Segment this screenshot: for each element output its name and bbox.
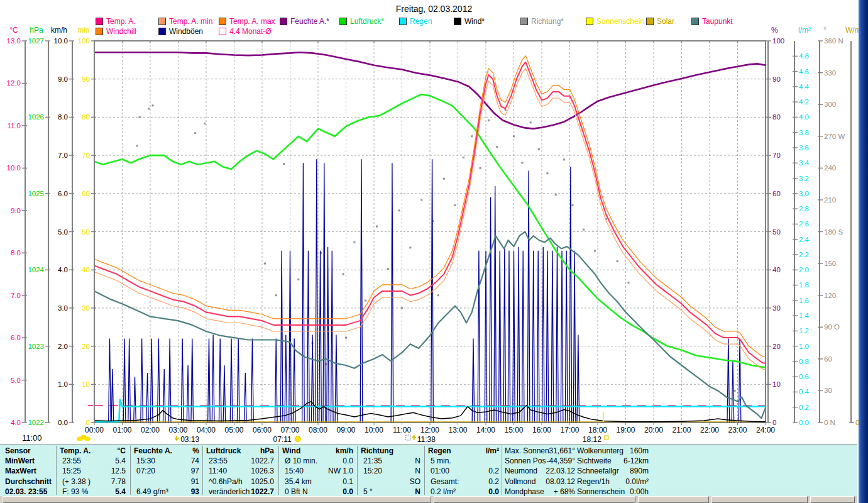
x-tick-label: 16:00 (532, 426, 551, 434)
table-cell: 91 (167, 477, 199, 487)
axis-tick-label: 2.2 (799, 251, 809, 258)
direction-dot (471, 135, 473, 137)
series-windboeen (109, 338, 111, 423)
series-windboeen (146, 373, 149, 423)
table-info-value: 6-12km (614, 456, 649, 466)
axis-tick-label: 9.0 (11, 207, 21, 214)
table-group-header: Regen (428, 446, 472, 456)
axis-tick-label: 30 (772, 304, 781, 312)
axis-tick-label: 3.4 (799, 159, 810, 167)
x-tick-label: 07:00 (280, 426, 299, 434)
x-tick-label: 17:00 (560, 426, 579, 434)
table-cell: 0.0 (318, 456, 354, 466)
x-tick-label: 10:00 (365, 426, 383, 434)
direction-dot (343, 273, 344, 275)
direction-dot (563, 158, 565, 160)
axis-tick-label: 6.0 (58, 190, 68, 197)
series-windboeen (327, 247, 329, 423)
series-windboeen (141, 338, 143, 423)
x-tick-label: 13:00 (448, 426, 467, 434)
summary-table: SensorMinWertMaxWertDurchschnitt02.03. 2… (0, 444, 857, 497)
status-bar-segment (810, 496, 855, 503)
axis-tick-label: 120 (824, 292, 836, 299)
table-row-label: Sensor (5, 446, 62, 456)
direction-dot (496, 146, 498, 148)
table-cell: 0.0 (464, 487, 500, 497)
series-temp-max (94, 56, 766, 357)
chart-plot[interactable]: °C13.012.011.010.09.08.07.06.05.04.0hPa1… (0, 0, 868, 444)
weather-app-window: Freitag, 02.03.2012 Temp. A.Temp. A. min… (0, 0, 868, 503)
axis-tick-label: 50 (772, 228, 781, 236)
table-info-value: 890m (614, 466, 649, 476)
table-separator (130, 446, 131, 495)
direction-dot (530, 121, 532, 123)
axis-tick-label: 1.8 (799, 281, 809, 289)
direction-dot (463, 157, 464, 158)
axis-tick-label: 1027 (28, 37, 44, 45)
series-windboeen (275, 338, 277, 423)
table-group-header: Luftdruck (206, 446, 248, 456)
series-windboeen (158, 338, 160, 423)
direction-dot (555, 194, 557, 196)
moonset-arrow-icon (175, 436, 179, 440)
axis-unit-label: hPa (30, 26, 43, 35)
direction-dot (617, 260, 618, 262)
axis-tick-label: 1025 (28, 190, 44, 197)
series-windboeen (561, 251, 563, 423)
table-group-unit: % (170, 446, 199, 456)
direction-dot (420, 199, 422, 201)
x-tick-label: 20:00 (644, 426, 663, 434)
table-separator (56, 446, 57, 495)
table-info-value: -44,359° (541, 456, 575, 466)
direction-dot (139, 116, 141, 118)
x-tick-label: 22:00 (700, 426, 719, 434)
table-row-label: Durchschnitt (5, 477, 62, 487)
series-windboeen (168, 338, 171, 423)
direction-dot (264, 263, 266, 265)
x-tick-label: 01:00 (113, 426, 131, 434)
table-cell: 12.5 (93, 466, 126, 476)
direction-dot (409, 246, 411, 248)
axis-tick-label: 3.6 (799, 144, 809, 152)
table-cell: 5.4 (93, 456, 126, 466)
table-group-header: Temp. A. (60, 446, 101, 456)
table-cell: NW 1.0 (318, 466, 354, 476)
axis-unit-label: °C (9, 26, 18, 35)
direction-dot (376, 226, 378, 228)
axis-tick-label: 10 (82, 380, 90, 388)
series-windboeen (503, 247, 506, 423)
table-group-unit: km/h (321, 446, 353, 456)
series-windboeen (251, 338, 254, 423)
series-windboeen (490, 197, 492, 423)
axis-tick-label: 0.0 (799, 419, 809, 426)
axis-tick-label: 1024 (28, 266, 44, 274)
series-windboeen (230, 338, 233, 423)
series-windboeen (498, 251, 501, 423)
direction-dot (345, 337, 347, 339)
series-windboeen (316, 159, 318, 423)
table-info-value: 0:00h (614, 487, 649, 497)
series-windboeen (494, 186, 497, 423)
direction-dot (488, 119, 490, 121)
axis-unit-label: l/m² (798, 26, 811, 35)
axis-tick-label: 9.0 (58, 75, 68, 83)
axis-tick-label: 150 (824, 260, 836, 267)
series-windboeen (517, 247, 520, 423)
axis-tick-label: 2.0 (799, 266, 809, 274)
axis-unit-label: % (771, 26, 778, 35)
x-tick-label: 12:00 (420, 426, 439, 434)
table-row-label: 02.03. 23:55 (5, 487, 62, 497)
x-tick-label: 18:00 (588, 426, 607, 434)
axis-tick-label: 20 (772, 343, 781, 350)
table-cell: 0.2 (464, 466, 500, 476)
axis-tick-label: 3.0 (58, 304, 68, 312)
table-group-header: Wind (282, 446, 326, 456)
direction-dot (538, 148, 540, 150)
axis-tick-label: 180 S (824, 228, 843, 236)
series-windboeen (727, 338, 730, 423)
x-tick-label: 21:00 (672, 426, 691, 434)
axis-unit-label: ° (823, 26, 827, 35)
axis-tick-label: 0.2 (799, 404, 809, 411)
axis-tick-label: 100 (78, 37, 90, 45)
axis-tick-label: 7.0 (58, 152, 68, 159)
